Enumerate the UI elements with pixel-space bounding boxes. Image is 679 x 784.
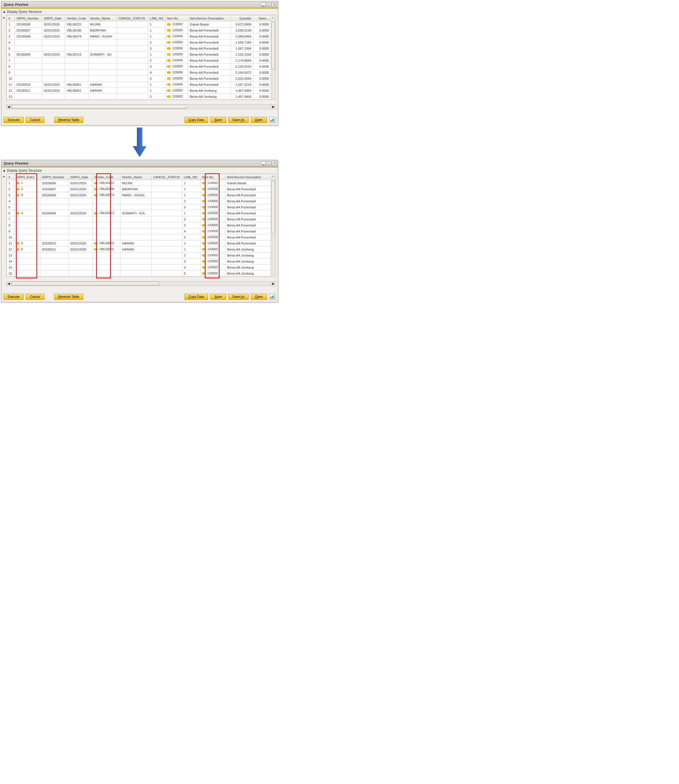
link-arrow-icon[interactable] bbox=[167, 41, 171, 44]
table-row[interactable]: 132 120002Beras AA Jombang1,497.94580.00… bbox=[7, 94, 275, 100]
link-arrow-icon[interactable] bbox=[202, 236, 206, 239]
link-arrow-icon[interactable] bbox=[202, 230, 206, 233]
col-header[interactable]: GRPO_Entry bbox=[14, 174, 40, 180]
col-header[interactable]: GRPO_Date bbox=[42, 15, 65, 21]
col-header[interactable]: Vendor_Code bbox=[92, 174, 120, 180]
col-header[interactable]: LINE_NO bbox=[148, 15, 165, 21]
chart-icon-button[interactable] bbox=[269, 117, 276, 123]
table-row[interactable]: 83 120005Beras AA Purwodadi2,138.91000.0… bbox=[7, 64, 275, 70]
save-as-button[interactable]: Save As bbox=[228, 117, 249, 123]
col-header[interactable]: Vendor_Name bbox=[88, 15, 117, 21]
link-arrow-icon[interactable] bbox=[167, 71, 171, 74]
link-arrow-icon[interactable] bbox=[167, 89, 171, 92]
table-row[interactable]: 22010000702/01/2020VBL00190BADRIYAH1 120… bbox=[7, 27, 275, 33]
open-button[interactable]: Open bbox=[251, 117, 267, 123]
maximize-button[interactable]: ▢ bbox=[266, 3, 271, 7]
col-header[interactable]: GRPO_Number bbox=[40, 174, 69, 180]
open-button[interactable]: Open bbox=[251, 294, 267, 300]
cancel-button[interactable]: Cancel bbox=[26, 294, 44, 300]
table-row[interactable]: 12 62010001102/01/2020 VBL00001HARIAN1 1… bbox=[7, 246, 275, 252]
table-row[interactable]: 42 120005Beras AA Purwodadi bbox=[7, 198, 275, 204]
link-arrow-icon[interactable] bbox=[167, 95, 171, 98]
link-arrow-icon[interactable] bbox=[16, 181, 20, 185]
col-header[interactable]: Vendor_Name bbox=[120, 174, 152, 180]
link-arrow-icon[interactable] bbox=[202, 254, 206, 257]
link-arrow-icon[interactable] bbox=[167, 77, 171, 80]
table-row[interactable]: 154 120002Beras AA Jombang bbox=[7, 264, 275, 270]
link-arrow-icon[interactable] bbox=[167, 29, 171, 32]
horizontal-scrollbar[interactable]: ◀ ▶ bbox=[6, 104, 276, 109]
link-arrow-icon[interactable] bbox=[94, 248, 98, 251]
copy-data-button[interactable]: Copy Data bbox=[185, 294, 208, 300]
link-arrow-icon[interactable] bbox=[16, 242, 20, 245]
table-row[interactable]: 94 120005Beras AA Purwodadi bbox=[7, 228, 275, 234]
reverse-table-button[interactable]: Reverse Table bbox=[54, 294, 83, 300]
link-arrow-icon[interactable] bbox=[202, 200, 206, 203]
table-row[interactable]: 72 120005Beras AA Purwodadi2,174.86560.0… bbox=[7, 58, 275, 64]
close-button[interactable]: ✕ bbox=[272, 3, 277, 7]
table-row[interactable]: 6 42010000902/01/2020 VBL00113SUWARTI - … bbox=[7, 210, 275, 216]
collapse-down-icon[interactable]: ▼ bbox=[3, 16, 5, 19]
col-header[interactable]: # bbox=[7, 15, 15, 21]
table-row[interactable]: 122010001102/01/2020VBL00001HARIAN1 1200… bbox=[7, 87, 275, 94]
minimize-button[interactable]: ▁ bbox=[261, 161, 266, 166]
display-query-structure-toggle[interactable]: ▶ Display Query Structure bbox=[2, 9, 278, 15]
link-arrow-icon[interactable] bbox=[16, 194, 20, 197]
link-arrow-icon[interactable] bbox=[202, 242, 206, 245]
link-arrow-icon[interactable] bbox=[16, 212, 20, 215]
link-arrow-icon[interactable] bbox=[202, 266, 206, 269]
table-row[interactable]: 143 120002Beras AA Jombang bbox=[7, 258, 275, 264]
col-header[interactable]: GRPO_Number bbox=[15, 15, 42, 21]
col-header[interactable]: Item No. bbox=[200, 174, 225, 180]
vertical-scrollbar[interactable] bbox=[271, 21, 275, 100]
maximize-button[interactable]: ▢ bbox=[266, 161, 271, 166]
col-header[interactable]: LINE_NO bbox=[182, 174, 200, 180]
link-arrow-icon[interactable] bbox=[202, 212, 206, 215]
link-arrow-icon[interactable] bbox=[167, 35, 171, 38]
link-arrow-icon[interactable] bbox=[202, 206, 206, 209]
col-header[interactable]: Item No. bbox=[165, 15, 188, 21]
chart-icon-button[interactable] bbox=[269, 294, 276, 300]
table-row[interactable]: 11 52010001002/01/2020 VBL00001HARIAN1 1… bbox=[7, 241, 275, 246]
col-header[interactable]: # bbox=[7, 174, 14, 180]
table-row[interactable]: 72 120005Beras AA Purwodadi bbox=[7, 216, 275, 222]
link-arrow-icon[interactable] bbox=[167, 65, 171, 68]
link-arrow-icon[interactable] bbox=[94, 242, 98, 245]
link-arrow-icon[interactable] bbox=[167, 53, 171, 56]
link-arrow-icon[interactable] bbox=[202, 260, 206, 263]
link-arrow-icon[interactable] bbox=[202, 194, 206, 197]
table-row[interactable]: 83 120005Beras AA Purwodadi bbox=[7, 222, 275, 228]
save-as-button[interactable]: Save As bbox=[228, 294, 249, 300]
minimize-button[interactable]: ▁ bbox=[261, 3, 266, 7]
link-arrow-icon[interactable] bbox=[94, 181, 98, 185]
link-arrow-icon[interactable] bbox=[94, 187, 98, 191]
link-arrow-icon[interactable] bbox=[202, 272, 206, 275]
close-button[interactable]: ✕ bbox=[272, 161, 277, 166]
table-row[interactable]: 105 120005Beras AA Purwodadi2,202.05640.… bbox=[7, 75, 275, 81]
table-row[interactable]: 3 32010000802/01/2020 VBL00074PARDI - SU… bbox=[7, 192, 275, 198]
link-arrow-icon[interactable] bbox=[167, 23, 171, 26]
table-row[interactable]: 42 120005Beras AA Purwodadi1,564.71600.0… bbox=[7, 39, 275, 45]
results-table-2[interactable]: ↗ #GRPO_EntryGRPO_NumberGRPO_DateVendor_… bbox=[6, 173, 276, 277]
expand-icon[interactable]: ↗ bbox=[271, 174, 275, 179]
copy-data-button[interactable]: Copy Data bbox=[185, 117, 208, 123]
link-arrow-icon[interactable] bbox=[16, 187, 20, 191]
link-arrow-icon[interactable] bbox=[202, 187, 206, 191]
expand-icon[interactable]: ↗ bbox=[271, 16, 275, 20]
collapse-down-icon[interactable]: ▼ bbox=[3, 175, 5, 178]
results-table-1[interactable]: ↗ #GRPO_NumberGRPO_DateVendor_CodeVendor… bbox=[6, 15, 276, 100]
link-arrow-icon[interactable] bbox=[167, 83, 171, 86]
table-row[interactable]: 53 120005Beras AA Purwodadi bbox=[7, 204, 275, 210]
col-header[interactable]: Item/Service Description bbox=[188, 15, 231, 21]
col-header[interactable]: GRPO_Date bbox=[69, 174, 92, 180]
link-arrow-icon[interactable] bbox=[167, 47, 171, 50]
link-arrow-icon[interactable] bbox=[202, 223, 206, 227]
link-arrow-icon[interactable] bbox=[94, 194, 98, 197]
table-row[interactable]: 12010000602/01/2020VBL00222MUJINI1 11000… bbox=[7, 21, 275, 27]
table-row[interactable]: 94 120005Beras AA Purwodadi2,164.50720.0… bbox=[7, 70, 275, 75]
link-arrow-icon[interactable] bbox=[16, 248, 20, 251]
horizontal-scrollbar[interactable]: ◀ ▶ bbox=[6, 281, 276, 286]
save-button[interactable]: Save bbox=[210, 117, 226, 123]
col-header[interactable]: CANCEL_STATUS bbox=[152, 174, 182, 180]
execute-button[interactable]: Execute bbox=[3, 294, 23, 300]
